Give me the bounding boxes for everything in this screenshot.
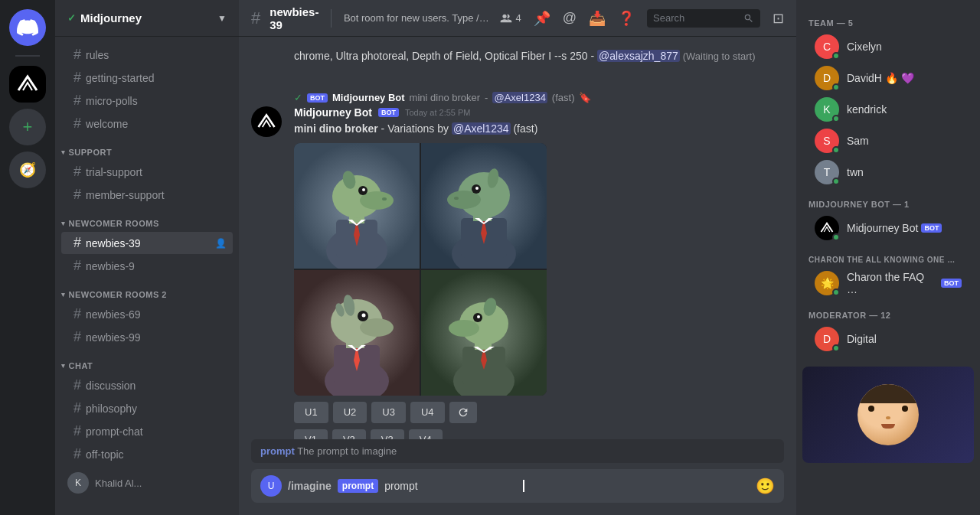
channel-description: Bot room for new users. Type /imagine th… [344, 12, 492, 24]
members-icon [500, 12, 512, 24]
bot-check-icon: ✓ [294, 92, 302, 103]
hash-icon: # [74, 377, 81, 393]
server-chevron-icon: ▼ [217, 13, 227, 24]
channel-item-newbies-99[interactable]: # newbies-99 [61, 326, 233, 348]
svg-point-32 [362, 313, 366, 317]
message-input[interactable]: U /imagine prompt 🙂 [251, 469, 784, 503]
channel-item-member-support[interactable]: # member-support [61, 184, 233, 206]
channel-item-micro-polls[interactable]: # micro-polls [61, 90, 233, 112]
u1-button[interactable]: U1 [294, 402, 328, 423]
u4-button[interactable]: U4 [410, 402, 445, 423]
server-name: Midjourney [80, 11, 142, 24]
channel-name-newbies-99: newbies-99 [86, 331, 141, 344]
member-charon[interactable]: 🌟 Charon the FAQ … BOT [802, 268, 974, 298]
image-cell-2 [421, 143, 547, 269]
category-newcomer-rooms-2[interactable]: ▾ NEWCOMER ROOMS 2 [55, 278, 239, 302]
member-mj-bot[interactable]: Midjourney Bot BOT [802, 213, 974, 243]
channel-name-discussion: discussion [86, 380, 136, 392]
category-support[interactable]: ▾ SUPPORT [55, 135, 239, 160]
hair [858, 384, 919, 403]
channel-item-discussion[interactable]: # discussion [61, 374, 233, 396]
server-icon-home[interactable] [9, 9, 46, 46]
channel-item-newbies-69[interactable]: # newbies-69 [61, 303, 233, 325]
channel-item-prompt-chat[interactable]: # prompt-chat [61, 420, 233, 442]
channel-item-getting-started[interactable]: # getting-started [61, 67, 233, 89]
mention-icon[interactable]: @ [563, 10, 577, 26]
image-cell-1 [294, 143, 420, 269]
mention-alexsajzh: @alexsajzh_877 [597, 50, 680, 62]
prompt-label: prompt [260, 445, 295, 457]
bookmark-icon[interactable]: 🔖 [579, 92, 591, 103]
category-label-chat: CHAT [69, 361, 93, 370]
bot-message-content: Midjourney Bot BOT Today at 2:55 PM mini… [294, 106, 784, 439]
hash-icon: # [74, 116, 81, 132]
v1-button[interactable]: V1 [294, 429, 328, 439]
member-cixelyn[interactable]: C Cixelyn [802, 31, 974, 62]
channel-name-newbies-9: newbies-9 [86, 260, 135, 272]
emoji-button[interactable]: 🙂 [756, 477, 775, 495]
input-text-area[interactable] [384, 480, 750, 492]
member-davidh[interactable]: D DavidH 🔥 💜 [802, 63, 974, 93]
v2-button[interactable]: V2 [332, 429, 366, 439]
hash-icon: # [74, 164, 81, 180]
channel-item-newbies-39[interactable]: # newbies-39 👤 [61, 232, 233, 254]
bot-message-header: Midjourney Bot BOT Today at 2:55 PM [294, 106, 784, 119]
channel-item-philosophy[interactable]: # philosophy [61, 397, 233, 419]
category-newcomer-rooms[interactable]: ▾ NEWCOMER ROOMS [55, 207, 239, 231]
help-icon[interactable]: ❓ [618, 10, 635, 27]
member-twn[interactable]: T twn [802, 157, 974, 187]
input-cursor [523, 480, 524, 492]
bottom-avatar: K [67, 472, 89, 494]
member-avatar-davidh: D [815, 66, 839, 90]
channel-item-rules[interactable]: # rules [61, 44, 233, 66]
image-grid [294, 143, 547, 396]
section-title-moderator: MODERATOR — 12 [796, 305, 980, 323]
channel-item-off-topic[interactable]: # off-topic [61, 443, 233, 465]
view-icon[interactable]: ⊡ [773, 10, 784, 27]
server-header[interactable]: ✓ Midjourney ▼ [55, 0, 239, 37]
video-inner [802, 367, 974, 463]
search-bar[interactable] [647, 9, 760, 28]
status-dot-kendrick [832, 115, 840, 122]
category-chat[interactable]: ▾ CHAT [55, 349, 239, 373]
server-icon-add[interactable]: + [9, 109, 46, 145]
channel-name-off-topic: off-topic [86, 448, 124, 461]
davidh-badges: 🔥 💜 [885, 72, 914, 84]
inbox-icon[interactable]: 📥 [589, 10, 606, 27]
u3-button[interactable]: U3 [371, 402, 406, 423]
mention-axel: @Axel1234 [452, 122, 511, 135]
hash-icon: # [74, 446, 81, 462]
search-input[interactable] [653, 12, 740, 24]
member-kendrick[interactable]: K kendrick [802, 94, 974, 125]
status-dot-davidh [832, 83, 840, 91]
channel-item-welcome[interactable]: # welcome [61, 112, 233, 135]
pin-icon[interactable]: 📌 [534, 10, 550, 27]
channel-name-prompt-chat: prompt-chat [86, 425, 143, 438]
category-label-newcomer: NEWCOMER ROOMS [69, 219, 159, 228]
mj-bot-badge: BOT [921, 223, 942, 233]
member-count: 4 [500, 12, 521, 24]
right-eye [902, 406, 908, 412]
section-title-mj-bot: MIDJOURNEY BOT — 1 [796, 194, 980, 212]
server-icon-midjourney[interactable] [9, 66, 46, 103]
u2-button[interactable]: U2 [333, 402, 368, 423]
v3-button[interactable]: V3 [371, 429, 404, 439]
channel-name-newbies-69: newbies-69 [86, 308, 141, 321]
member-sam[interactable]: S Sam [802, 125, 974, 156]
search-icon [743, 12, 754, 24]
channel-item-newbies-9[interactable]: # newbies-9 [61, 255, 233, 277]
svg-point-21 [454, 197, 459, 200]
v4-button[interactable]: V4 [409, 429, 443, 439]
refresh-button[interactable] [449, 402, 477, 423]
hash-icon: # [74, 329, 81, 345]
message-input-field[interactable] [384, 480, 518, 492]
member-name-sam: Sam [847, 135, 869, 147]
channel-name-philosophy: philosophy [86, 403, 137, 415]
channel-name-welcome: welcome [86, 118, 128, 130]
action-buttons-row1: U1 U2 U3 U4 [294, 402, 784, 423]
fast-text-small: (fast) [552, 92, 575, 103]
channel-item-trial-support[interactable]: # trial-support [61, 161, 233, 183]
member-digital[interactable]: D Digital [802, 324, 974, 354]
server-icon-explore[interactable]: 🧭 [9, 152, 46, 188]
svg-point-30 [360, 318, 394, 337]
